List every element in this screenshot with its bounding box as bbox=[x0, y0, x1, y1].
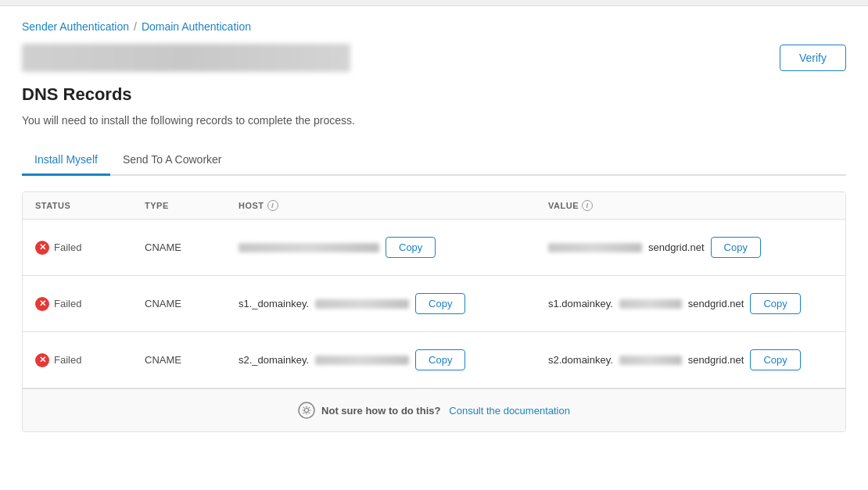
verify-button[interactable]: Verify bbox=[780, 45, 846, 71]
failed-icon-2: ✕ bbox=[35, 297, 49, 311]
status-text-2: Failed bbox=[54, 298, 81, 309]
consult-docs-link[interactable]: Consult the documentation bbox=[449, 405, 570, 417]
help-bold: Not sure how to do this? bbox=[321, 405, 440, 417]
table-row: ✕ Failed CNAME s2._domainkey. Copy s2.do… bbox=[23, 332, 845, 388]
host-blurred-3 bbox=[315, 356, 409, 365]
host-cell-3: s2._domainkey. Copy bbox=[226, 338, 536, 381]
table-row: ✕ Failed CNAME Copy sendgrid.net Copy bbox=[23, 220, 845, 276]
breadcrumb-current: Domain Authentication bbox=[142, 20, 251, 33]
footer-help: Not sure how to do this? Consult the doc… bbox=[23, 388, 845, 431]
status-cell-3: ✕ Failed bbox=[23, 342, 132, 378]
value-suffix-3: sendgrid.net bbox=[688, 354, 744, 366]
table-header: STATUS TYPE HOST i VALUE i bbox=[23, 192, 845, 220]
copy-host-btn-2[interactable]: Copy bbox=[415, 293, 465, 314]
value-prefix-3: s2.domainkey. bbox=[548, 354, 613, 366]
tab-install-myself[interactable]: Install Myself bbox=[22, 145, 110, 176]
host-blurred-1 bbox=[239, 243, 379, 252]
copy-value-btn-1[interactable]: Copy bbox=[711, 237, 761, 258]
svg-point-0 bbox=[299, 402, 314, 418]
table-row: ✕ Failed CNAME s1._domainkey. Copy s1.do… bbox=[23, 276, 845, 332]
type-cell-1: CNAME bbox=[132, 231, 226, 264]
col-type: TYPE bbox=[132, 200, 226, 211]
copy-host-btn-3[interactable]: Copy bbox=[415, 349, 465, 370]
value-cell-3: s2.domainkey. sendgrid.net Copy bbox=[536, 338, 845, 381]
value-info-icon: i bbox=[582, 200, 593, 211]
host-cell-1: Copy bbox=[226, 226, 536, 269]
breadcrumb-parent[interactable]: Sender Authentication bbox=[22, 20, 129, 33]
breadcrumb-separator: / bbox=[134, 20, 137, 33]
header-row: Verify bbox=[0, 41, 868, 84]
failed-icon-1: ✕ bbox=[35, 241, 49, 255]
host-cell-2: s1._domainkey. Copy bbox=[226, 282, 536, 325]
status-cell-1: ✕ Failed bbox=[23, 230, 132, 266]
type-text-3: CNAME bbox=[145, 354, 181, 366]
failed-icon-3: ✕ bbox=[35, 353, 49, 367]
tab-send-coworker[interactable]: Send To A Coworker bbox=[110, 145, 235, 176]
main-content: DNS Records You will need to install the… bbox=[0, 84, 868, 432]
value-blurred-1 bbox=[548, 243, 642, 252]
top-bar bbox=[0, 0, 868, 6]
value-prefix-2: s1.domainkey. bbox=[548, 298, 613, 309]
value-cell-2: s1.domainkey. sendgrid.net Copy bbox=[536, 282, 845, 325]
copy-host-btn-1[interactable]: Copy bbox=[386, 237, 436, 258]
dns-table: STATUS TYPE HOST i VALUE i ✕ Failed CNAM… bbox=[22, 191, 846, 432]
col-value: VALUE i bbox=[536, 200, 845, 211]
col-status: STATUS bbox=[23, 200, 132, 211]
value-blurred-3 bbox=[619, 356, 682, 365]
host-info-icon: i bbox=[267, 200, 278, 211]
host-blurred-2 bbox=[315, 299, 409, 309]
copy-value-btn-3[interactable]: Copy bbox=[750, 349, 800, 370]
value-cell-1: sendgrid.net Copy bbox=[536, 226, 845, 269]
dns-description: You will need to install the following r… bbox=[22, 114, 846, 127]
help-gear-icon bbox=[298, 402, 315, 419]
type-cell-2: CNAME bbox=[132, 287, 226, 320]
copy-value-btn-2[interactable]: Copy bbox=[750, 293, 800, 314]
type-text-1: CNAME bbox=[145, 241, 181, 253]
status-text-1: Failed bbox=[54, 241, 81, 253]
dns-title: DNS Records bbox=[22, 84, 846, 105]
domain-banner-blurred bbox=[22, 44, 350, 72]
host-prefix-3: s2._domainkey. bbox=[239, 354, 309, 366]
status-text-3: Failed bbox=[54, 354, 81, 366]
type-cell-3: CNAME bbox=[132, 343, 226, 377]
col-host: HOST i bbox=[226, 200, 536, 211]
host-prefix-2: s1._domainkey. bbox=[239, 298, 309, 309]
breadcrumb: Sender Authentication / Domain Authentic… bbox=[0, 6, 868, 41]
status-cell-2: ✕ Failed bbox=[23, 286, 132, 322]
value-blurred-2 bbox=[619, 299, 682, 309]
value-suffix-2: sendgrid.net bbox=[688, 298, 744, 309]
type-text-2: CNAME bbox=[145, 298, 181, 309]
tabs-container: Install Myself Send To A Coworker bbox=[22, 145, 846, 176]
help-text: Not sure how to do this? Consult the doc… bbox=[321, 405, 570, 417]
value-suffix-1: sendgrid.net bbox=[648, 241, 705, 253]
